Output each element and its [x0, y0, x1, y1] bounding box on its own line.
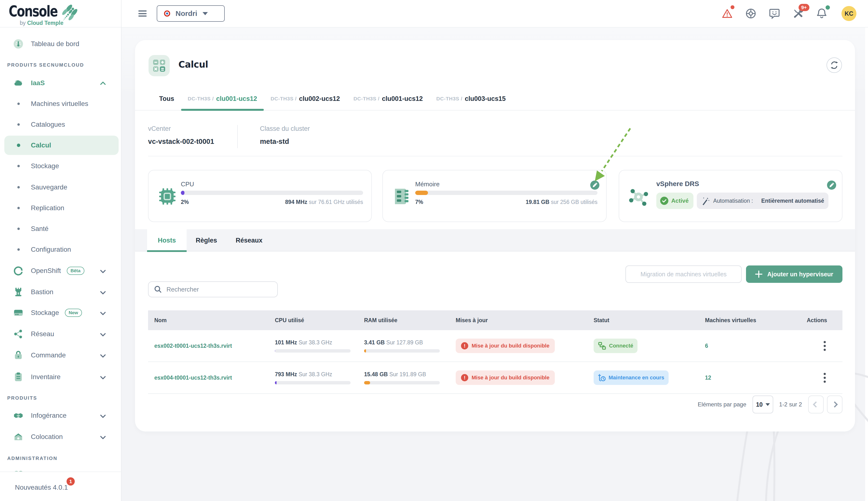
tab-clu002-ucs12[interactable]: DC-TH3S /clu002-ucs12 [264, 87, 347, 110]
alerts-button[interactable] [722, 8, 733, 19]
status-text: Connecté [609, 343, 633, 349]
tab-clu003-ucs15[interactable]: DC-TH3S /clu003-ucs15 [430, 87, 513, 110]
column-header-updates: Mises à jour [456, 317, 594, 324]
tab-tous[interactable]: Tous [152, 87, 181, 110]
feedback-button[interactable] [769, 8, 780, 19]
cpu-total: Sur 38.3 GHz [298, 371, 332, 377]
sidebar-item-catalogues[interactable]: Catalogues [0, 115, 121, 134]
host-link[interactable]: esx004-t0001-ucs12-th3s.rvirt [148, 374, 275, 381]
cocarde-icon [164, 10, 171, 17]
sidebar-item-sauvegarde[interactable]: Sauvegarde [0, 178, 121, 197]
tools-button[interactable]: 9+ [793, 8, 803, 19]
sidebar-nav: Tableau de bord PRODUITS SECNUMCLOUD Iaa… [0, 28, 121, 471]
chevron-left-icon [813, 401, 819, 407]
connected-icon [598, 342, 606, 350]
news-count-badge: 1 [67, 477, 75, 486]
ram-usage-text: 3.41 GB Sur 127.89 GB [364, 339, 456, 346]
sidebar-item-colocation[interactable]: Colocation [0, 427, 121, 446]
next-page-button[interactable] [827, 396, 843, 413]
tab-prefix: DC-TH3S / [271, 96, 297, 102]
logo-title: Console [9, 4, 57, 19]
sidebar-item-reseau[interactable]: Réseau [0, 324, 121, 344]
gauge-icon [12, 38, 24, 50]
network-icon [12, 328, 24, 340]
cpu-usage-text: 793 MHz Sur 38.3 GHz [275, 371, 364, 378]
tab-regles[interactable]: Règles [187, 229, 226, 252]
row-actions-button[interactable] [807, 341, 843, 351]
support-button[interactable] [746, 8, 756, 19]
sidebar-item-dashboard[interactable]: Tableau de bord [0, 34, 121, 54]
calcul-tile-icon [149, 55, 170, 76]
tab-clu001-ucs12-b[interactable]: DC-TH3S /clu001-ucs12 [347, 87, 430, 110]
sidebar-item-calcul[interactable]: Calcul [4, 136, 119, 155]
cpu-usage-text: 894 MHz sur 76.61 GHz utilisés [181, 199, 363, 205]
scrollbar[interactable] [865, 28, 868, 501]
cpu-usage-suffix: sur 76.61 GHz utilisés [309, 199, 363, 205]
tab-label: Réseaux [235, 237, 262, 244]
cpu-chip-icon [157, 186, 178, 207]
byline-prefix: by [20, 20, 25, 26]
migrate-vms-button[interactable]: Migration de machines virtuelles [625, 265, 741, 283]
chevron-down-icon [100, 353, 106, 359]
news-link[interactable]: Nouveautés 4.0.1 [15, 484, 68, 491]
memory-progress-fill [415, 191, 428, 195]
sidebar-item-openshift[interactable]: OpenShift Bêta [0, 261, 121, 280]
sidebar-item-iaas[interactable]: IaaS [0, 73, 121, 93]
new-badge: New [65, 309, 82, 317]
sidebar-item-machines-virtuelles[interactable]: Machines virtuelles [0, 94, 121, 114]
edit-drs-button[interactable] [827, 181, 836, 190]
tab-label: clu003-ucs15 [465, 95, 506, 103]
divider [148, 156, 843, 156]
per-page-select[interactable]: 10 [752, 396, 773, 413]
notifications-button[interactable] [816, 8, 827, 19]
row-actions-button[interactable] [807, 373, 843, 383]
vm-count[interactable]: 12 [705, 374, 807, 381]
chevron-down-icon [100, 269, 106, 274]
byline-brand: Cloud Temple [27, 20, 63, 26]
logo[interactable]: Console by Cloud Temple [0, 0, 121, 28]
sidebar-item-stockage[interactable]: Stockage New [0, 303, 121, 322]
ram-value: 15.48 GB [364, 371, 388, 377]
sidebar-item-bastion[interactable]: Bastion [0, 283, 121, 302]
per-page-label: Eléments par page [698, 401, 746, 408]
updates-cell: !Mise à jour du build disponible [456, 339, 594, 353]
tab-hosts[interactable]: Hosts [147, 229, 187, 252]
column-header-nom: Nom [148, 317, 275, 324]
status-badge-connected: Connecté [594, 339, 637, 353]
bullet-icon [17, 186, 20, 189]
tab-reseaux[interactable]: Réseaux [226, 229, 272, 252]
edit-memory-button[interactable] [590, 181, 600, 190]
sidebar-item-infogerance[interactable]: Infogérance [0, 406, 121, 425]
chevron-down-icon [100, 311, 106, 316]
sidebar-item-inventaire[interactable]: Inventaire [0, 367, 121, 387]
pencil-icon [829, 183, 834, 188]
menu-icon[interactable] [139, 10, 146, 17]
tenant-selector[interactable]: Nordri [157, 5, 225, 22]
add-hypervisor-button[interactable]: Ajouter un hyperviseur [746, 265, 843, 283]
chevron-down-icon [100, 414, 106, 419]
automation-value: Entièrement automatisé [761, 198, 824, 204]
search-input[interactable] [166, 286, 272, 293]
cluster-tabs: Tous DC-TH3S /clu001-ucs12 DC-TH3S /clu0… [135, 87, 855, 110]
vm-count[interactable]: 6 [705, 343, 807, 349]
sidebar-item-sante[interactable]: Santé [0, 219, 121, 238]
sidebar-item-commande[interactable]: Commande [0, 345, 121, 365]
tower-icon [12, 286, 24, 298]
refresh-button[interactable] [826, 57, 842, 73]
status-text: Maintenance en cours [608, 374, 664, 381]
column-header-ram: RAM utilisée [364, 317, 456, 324]
sidebar-item-replication[interactable]: Replication [0, 199, 121, 218]
drs-status-badge: Activé [656, 193, 693, 209]
bell-icon [816, 8, 827, 19]
sidebar: Console by Cloud Temple [0, 0, 122, 501]
host-link[interactable]: esx002-t0001-ucs12-th3s.rvirt [148, 343, 275, 349]
cut-off-item-icon [12, 468, 24, 471]
sidebar-footer: Nouveautés 4.0.1 1 [0, 471, 121, 501]
prev-page-button[interactable] [808, 396, 824, 413]
ram-total: Sur 127.89 GB [386, 339, 423, 345]
avatar[interactable]: KC [842, 6, 856, 21]
cpu-usage-value: 894 MHz [285, 199, 307, 205]
sidebar-item-configuration[interactable]: Configuration [0, 240, 121, 259]
tab-clu001-ucs12[interactable]: DC-TH3S /clu001-ucs12 [181, 87, 264, 110]
sidebar-item-stockage-sub[interactable]: Stockage [0, 156, 121, 176]
